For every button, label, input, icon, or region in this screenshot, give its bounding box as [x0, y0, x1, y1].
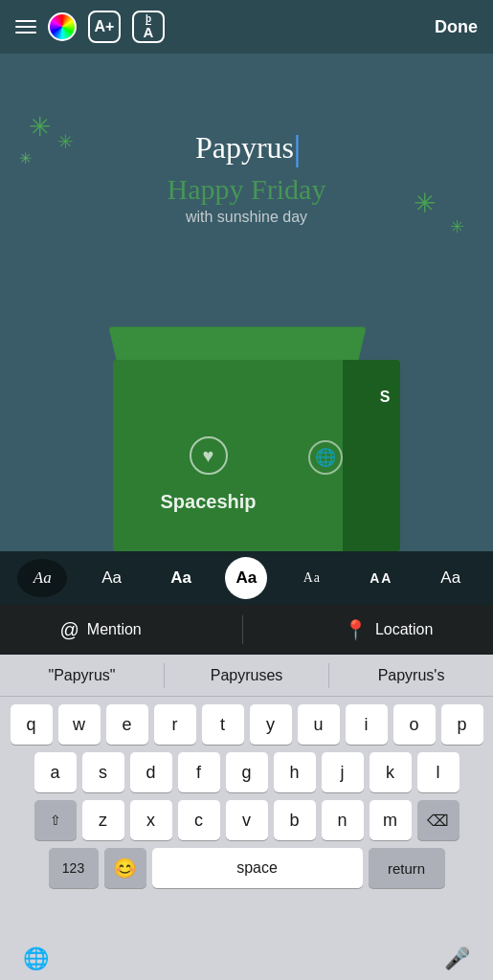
- text-cursor: [296, 135, 298, 167]
- star-icon-2: ✳: [57, 130, 74, 153]
- key-u[interactable]: u: [298, 704, 340, 745]
- key-h[interactable]: h: [274, 752, 316, 792]
- mention-button[interactable]: @ Mention: [41, 612, 161, 649]
- emoji-key[interactable]: 😊: [104, 848, 146, 888]
- key-p[interactable]: p: [441, 704, 483, 745]
- key-v[interactable]: v: [226, 800, 268, 840]
- done-button[interactable]: Done: [435, 17, 478, 37]
- key-g[interactable]: g: [226, 752, 268, 792]
- key-q[interactable]: q: [11, 704, 53, 745]
- key-b[interactable]: b: [274, 800, 316, 840]
- mention-icon: @: [60, 619, 79, 641]
- keyboard-row-3: ⇧ z x c v b n m ⌫: [4, 800, 489, 840]
- keyboard-row-4: 123 😊 space return: [4, 848, 489, 888]
- key-r[interactable]: r: [154, 704, 196, 745]
- keyboard-row-2: a s d f g h j k l: [4, 752, 489, 792]
- location-label: Location: [375, 621, 434, 638]
- key-t[interactable]: t: [202, 704, 244, 745]
- microphone-icon[interactable]: 🎤: [444, 947, 470, 971]
- key-d[interactable]: d: [130, 752, 172, 792]
- keyboard-row-1: q w e r t y u i o p: [4, 704, 489, 745]
- key-y[interactable]: y: [250, 704, 292, 745]
- key-j[interactable]: j: [322, 752, 364, 792]
- font-option-outline[interactable]: Aa: [426, 559, 476, 597]
- star-icon-5: ✳: [19, 149, 32, 167]
- box-side: S: [343, 360, 400, 551]
- key-z[interactable]: z: [82, 800, 124, 840]
- key-a[interactable]: a: [34, 752, 77, 792]
- autocomplete-bar: "Papyrus" Papyruses Papyrus's: [0, 655, 493, 697]
- backspace-key[interactable]: ⌫: [417, 800, 459, 840]
- font-option-sans[interactable]: Aa: [87, 559, 137, 597]
- canvas-area: ✳ ✳ ✳ ✳ ✳ Papyrus Happy Friday with suns…: [0, 54, 493, 551]
- font-option-bold[interactable]: Aa: [156, 559, 206, 597]
- shift-key[interactable]: ⇧: [34, 800, 77, 840]
- box-container: ♥ Spaceship 🌐 S: [94, 302, 400, 551]
- sunshine-text: with sunshine day: [186, 209, 307, 226]
- key-l[interactable]: l: [417, 752, 459, 792]
- location-button[interactable]: 📍 Location: [325, 611, 453, 649]
- box-s-label: S: [380, 389, 391, 406]
- action-bar: @ Mention 📍 Location: [0, 605, 493, 655]
- key-w[interactable]: w: [58, 704, 101, 745]
- mention-label: Mention: [87, 621, 142, 638]
- autocomplete-word-2[interactable]: Papyruses: [165, 661, 328, 690]
- key-c[interactable]: c: [178, 800, 220, 840]
- key-m[interactable]: m: [370, 800, 412, 840]
- box-top: [108, 327, 366, 364]
- numbers-key[interactable]: 123: [49, 848, 99, 888]
- location-icon: 📍: [344, 618, 368, 641]
- key-x[interactable]: x: [130, 800, 172, 840]
- bottom-bar: 🌐 🎤: [0, 938, 493, 980]
- font-option-active[interactable]: Aa: [225, 557, 267, 599]
- key-e[interactable]: e: [106, 704, 148, 745]
- autocomplete-word-3[interactable]: Papyrus's: [329, 661, 493, 690]
- box-main: ♥ Spaceship 🌐: [113, 360, 362, 551]
- font-format-btn[interactable]: þ A: [132, 11, 165, 43]
- autocomplete-word-1[interactable]: "Papyrus": [0, 661, 164, 690]
- space-key[interactable]: space: [152, 848, 363, 888]
- font-size-increase-btn[interactable]: A+: [88, 11, 121, 43]
- globe-icon[interactable]: 🌐: [23, 947, 49, 971]
- menu-icon[interactable]: [15, 20, 36, 33]
- font-size-increase-label: A+: [95, 18, 115, 35]
- key-n[interactable]: n: [322, 800, 364, 840]
- action-divider: [242, 615, 243, 644]
- key-k[interactable]: k: [370, 752, 412, 792]
- font-option-caps[interactable]: AA: [356, 559, 406, 597]
- box-heart-icon: ♥: [190, 436, 228, 475]
- star-icon-1: ✳: [29, 111, 51, 143]
- top-toolbar: A+ þ A Done: [0, 0, 493, 54]
- key-f[interactable]: f: [178, 752, 220, 792]
- color-wheel-icon[interactable]: [48, 12, 77, 41]
- key-s[interactable]: s: [82, 752, 124, 792]
- box-globe-icon: 🌐: [308, 440, 343, 475]
- key-o[interactable]: o: [393, 704, 436, 745]
- toolbar-left: A+ þ A: [15, 11, 165, 43]
- box-spaceship-label: Spaceship: [161, 491, 257, 513]
- return-key[interactable]: return: [369, 848, 445, 888]
- font-option-serif[interactable]: Aa: [17, 559, 67, 597]
- star-icon-3: ✳: [414, 188, 436, 219]
- star-icon-4: ✳: [450, 216, 464, 237]
- happy-friday-text: Happy Friday: [168, 173, 326, 206]
- papyrus-text[interactable]: Papyrus: [195, 130, 298, 167]
- font-selector-bar: Aa Aa Aa Aa Aa AA Aa: [0, 551, 493, 605]
- font-option-display[interactable]: Aa: [287, 559, 337, 597]
- key-i[interactable]: i: [346, 704, 388, 745]
